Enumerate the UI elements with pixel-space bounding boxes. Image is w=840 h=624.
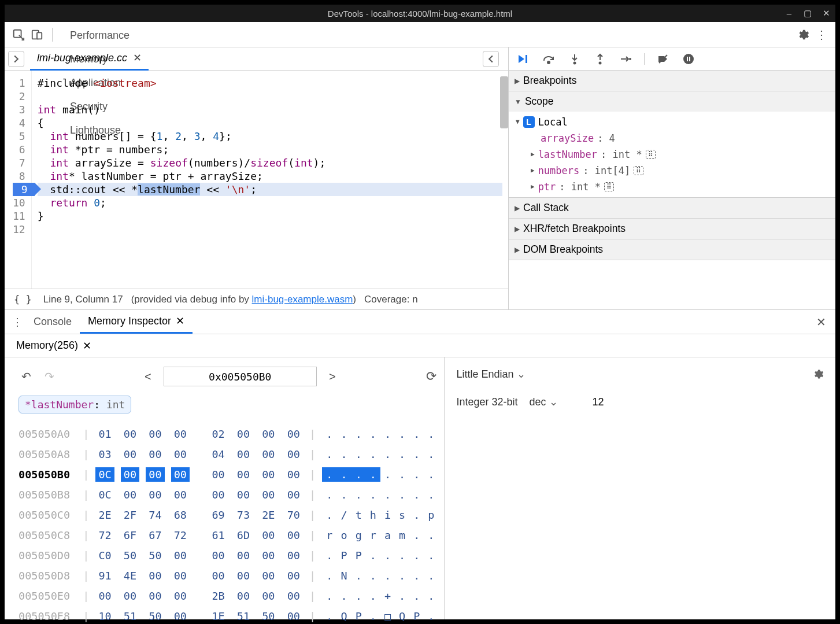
integer-value: 12 (593, 396, 604, 408)
svg-rect-3 (526, 55, 527, 63)
title-bar: DevTools - localhost:4000/lmi-bug-exampl… (5, 5, 835, 22)
close-memory-tab-icon[interactable]: ✕ (83, 339, 91, 352)
hex-row[interactable]: 005050D8 | 91 4E 00 00 00 00 00 00 | .N.… (18, 566, 438, 586)
inspector-settings-icon[interactable] (812, 368, 824, 380)
undo-button[interactable]: ↶ (18, 370, 34, 383)
coverage-label: Coverage: n (364, 294, 418, 305)
scope-var-arraySize[interactable]: arraySize: 4 (509, 130, 835, 146)
step-over-button[interactable] (542, 52, 556, 66)
svg-point-7 (629, 58, 631, 60)
scope-var-lastNumber[interactable]: ▶lastNumber: int * ⠿ (509, 146, 835, 163)
drawer-more-icon[interactable]: ⋮ (9, 316, 25, 328)
debugger-toolbar (509, 47, 835, 71)
tab-performance[interactable]: Performance (58, 24, 141, 47)
debug-info-text: (provided via debug info by lmi-bug-exam… (131, 294, 356, 305)
svg-rect-10 (687, 57, 688, 61)
scope-var-numbers[interactable]: ▶numbers: int[4] ⠿ (509, 163, 835, 179)
prev-page-button[interactable]: < (140, 370, 156, 383)
more-menu-icon[interactable]: ⋮ (812, 25, 831, 44)
close-drawer-icon[interactable]: ✕ (812, 315, 831, 329)
step-into-button[interactable] (568, 52, 582, 66)
call-stack-header[interactable]: ▶Call Stack (509, 198, 835, 218)
hex-row[interactable]: 005050E8 | 10 51 50 00 1E 51 50 00 | .QP… (18, 606, 438, 624)
debug-info-link[interactable]: lmi-bug-example.wasm (252, 294, 353, 305)
endianness-select[interactable]: Little Endian ⌄ (456, 368, 525, 381)
file-tab-name: lmi-bug-example.cc (37, 52, 127, 64)
cursor-position: Line 9, Column 17 (43, 294, 123, 305)
settings-gear-icon[interactable] (794, 25, 812, 44)
drawer-tab-bar: ⋮ ConsoleMemory Inspector ✕ ✕ (5, 310, 835, 334)
reveal-in-memory-icon[interactable]: ⠿ (646, 150, 656, 159)
device-toolbar-icon[interactable] (28, 25, 46, 44)
drawer-tab-console[interactable]: Console (25, 310, 80, 334)
hex-row[interactable]: 005050B0 | 0C 00 00 00 00 00 00 00 | ...… (18, 464, 438, 485)
hex-row[interactable]: 005050A0 | 01 00 00 00 02 00 00 00 | ...… (18, 424, 438, 444)
address-input[interactable] (164, 367, 317, 386)
file-tab-bar: lmi-bug-example.cc ✕ (5, 47, 508, 71)
svg-point-9 (683, 54, 694, 64)
svg-point-4 (547, 61, 550, 64)
hex-row[interactable]: 005050E0 | 00 00 00 00 2B 00 00 00 | ...… (18, 586, 438, 606)
file-tab[interactable]: lmi-bug-example.cc ✕ (30, 47, 149, 71)
hex-row[interactable]: 005050B8 | 0C 00 00 00 00 00 00 00 | ...… (18, 485, 438, 505)
resume-button[interactable] (517, 52, 531, 66)
snippets-toggle-icon[interactable] (483, 51, 499, 67)
window-title: DevTools - localhost:4000/lmi-bug-exampl… (328, 9, 512, 19)
hex-row[interactable]: 005050C0 | 2E 2F 74 68 69 73 2E 70 | ./t… (18, 505, 438, 525)
breakpoints-header[interactable]: ▶Breakpoints (509, 71, 835, 91)
highlight-pill[interactable]: *lastNumber: int (18, 396, 131, 413)
editor-status-bar: { } Line 9, Column 17 (provided via debu… (5, 289, 508, 309)
drawer-tab-memory-inspector[interactable]: Memory Inspector ✕ (80, 310, 193, 334)
svg-point-5 (573, 61, 576, 64)
pause-on-exceptions-button[interactable] (682, 52, 695, 66)
close-window-button[interactable]: ✕ (822, 8, 831, 19)
top-tab-bar: ElementsConsoleSourcesNetworkPerformance… (5, 22, 835, 47)
hex-viewer: ↶ ↷ < > ⟳ *lastNumber: int 005050A0 | 01… (5, 357, 445, 619)
step-button[interactable] (619, 52, 632, 66)
svg-rect-2 (37, 32, 42, 39)
svg-point-6 (599, 61, 602, 64)
memory-tab[interactable]: Memory(256) ✕ (12, 336, 96, 356)
hex-row[interactable]: 005050D0 | C0 50 50 00 00 00 00 00 | .PP… (18, 545, 438, 566)
close-tab-icon[interactable]: ✕ (176, 315, 184, 327)
pretty-print-icon[interactable]: { } (10, 293, 35, 307)
hex-row[interactable]: 005050C8 | 72 6F 67 72 61 6D 00 00 | rog… (18, 525, 438, 545)
deactivate-breakpoints-button[interactable] (656, 52, 670, 66)
inspect-element-icon[interactable] (9, 25, 28, 44)
redo-button: ↷ (42, 370, 57, 383)
scope-local[interactable]: ▼L Local (509, 114, 835, 130)
reveal-in-memory-icon[interactable]: ⠿ (604, 182, 614, 191)
format-select[interactable]: dec ⌄ (530, 396, 558, 408)
code-editor[interactable]: 123456789101112 #include <iostream> int … (5, 71, 508, 289)
scope-header[interactable]: ▼Scope (509, 91, 835, 112)
scrollbar-thumb[interactable] (500, 76, 508, 128)
refresh-button[interactable]: ⟳ (424, 369, 439, 384)
svg-rect-11 (689, 57, 690, 61)
minimize-button[interactable]: – (785, 8, 794, 19)
navigator-toggle-icon[interactable] (8, 51, 24, 67)
next-page-button[interactable]: > (325, 370, 340, 383)
maximize-button[interactable]: ▢ (803, 8, 812, 19)
hex-row[interactable]: 005050A8 | 03 00 00 00 04 00 00 00 | ...… (18, 444, 438, 464)
step-out-button[interactable] (593, 52, 607, 66)
reveal-in-memory-icon[interactable]: ⠿ (634, 166, 643, 175)
integer-type-label: Integer 32-bit (456, 396, 517, 408)
xhr-breakpoints-header[interactable]: ▶XHR/fetch Breakpoints (509, 219, 835, 239)
scope-var-ptr[interactable]: ▶ptr: int * ⠿ (509, 179, 835, 195)
close-file-tab-icon[interactable]: ✕ (133, 51, 142, 64)
value-inspector: Little Endian ⌄ Integer 32-bit dec ⌄ 12 (445, 357, 835, 619)
dom-breakpoints-header[interactable]: ▶DOM Breakpoints (509, 239, 835, 260)
